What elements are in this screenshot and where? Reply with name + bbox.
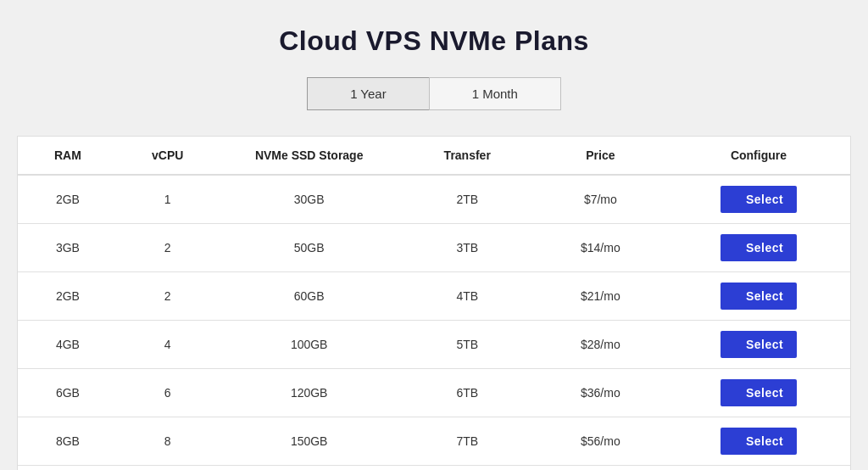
- cell-transfer: 8TB: [401, 466, 534, 471]
- header-vcpu: vCPU: [118, 137, 218, 175]
- cell-ram: 4GB: [18, 321, 118, 369]
- cell-price: $78/mo: [534, 466, 667, 471]
- table-row: 2GB260GB4TB$21/moSelect: [18, 272, 850, 321]
- cell-storage: 60GB: [218, 272, 401, 321]
- cell-ram: 2GB: [18, 175, 118, 224]
- plans-table-wrapper: RAM vCPU NVMe SSD Storage Transfer Price…: [17, 136, 851, 470]
- table-header-row: RAM vCPU NVMe SSD Storage Transfer Price…: [18, 137, 850, 175]
- cell-ram: 8GB: [18, 417, 118, 466]
- cell-transfer: 4TB: [401, 272, 534, 321]
- cell-ram: 2GB: [18, 272, 118, 321]
- select-button-1[interactable]: Select: [721, 234, 797, 261]
- cell-transfer: 7TB: [401, 417, 534, 466]
- plans-table: RAM vCPU NVMe SSD Storage Transfer Price…: [18, 137, 850, 470]
- table-row: 4GB4100GB5TB$28/moSelect: [18, 321, 850, 369]
- table-row: 6GB6120GB6TB$36/moSelect: [18, 369, 850, 417]
- cell-price: $21/mo: [534, 272, 667, 321]
- cell-ram: 12GB: [18, 466, 118, 471]
- cell-price: $56/mo: [534, 417, 667, 466]
- cell-storage: 100GB: [218, 321, 401, 369]
- billing-toggle: 1 Year 1 Month: [307, 77, 561, 110]
- select-button-0[interactable]: Select: [721, 186, 797, 213]
- table-row: 12GB12280GB8TB$78/moSelect: [18, 466, 850, 471]
- cell-vcpu: 8: [118, 417, 218, 466]
- cell-vcpu: 4: [118, 321, 218, 369]
- cell-price: $7/mo: [534, 175, 667, 224]
- table-row: 8GB8150GB7TB$56/moSelect: [18, 417, 850, 466]
- cell-transfer: 5TB: [401, 321, 534, 369]
- cell-vcpu: 12: [118, 466, 218, 471]
- cell-price: $14/mo: [534, 224, 667, 272]
- cell-price: $36/mo: [534, 369, 667, 417]
- cell-vcpu: 1: [118, 175, 218, 224]
- billing-1year-button[interactable]: 1 Year: [307, 77, 429, 110]
- header-transfer: Transfer: [401, 137, 534, 175]
- table-row: 2GB130GB2TB$7/moSelect: [18, 175, 850, 224]
- cell-storage: 50GB: [218, 224, 401, 272]
- select-button-5[interactable]: Select: [721, 428, 797, 455]
- header-configure: Configure: [667, 137, 850, 175]
- header-ram: RAM: [18, 137, 118, 175]
- cell-storage: 120GB: [218, 369, 401, 417]
- cell-configure: Select: [667, 321, 850, 369]
- cell-configure: Select: [667, 272, 850, 321]
- table-row: 3GB250GB3TB$14/moSelect: [18, 224, 850, 272]
- cell-configure: Select: [667, 369, 850, 417]
- select-button-4[interactable]: Select: [721, 379, 797, 406]
- cell-vcpu: 2: [118, 224, 218, 272]
- cell-configure: Select: [667, 417, 850, 466]
- cell-ram: 3GB: [18, 224, 118, 272]
- header-storage: NVMe SSD Storage: [218, 137, 401, 175]
- cell-configure: Select: [667, 175, 850, 224]
- cell-vcpu: 6: [118, 369, 218, 417]
- cell-price: $28/mo: [534, 321, 667, 369]
- cell-vcpu: 2: [118, 272, 218, 321]
- header-price: Price: [534, 137, 667, 175]
- cell-transfer: 3TB: [401, 224, 534, 272]
- select-button-3[interactable]: Select: [721, 331, 797, 358]
- page-title: Cloud VPS NVMe Plans: [279, 25, 589, 57]
- cell-storage: 30GB: [218, 175, 401, 224]
- cell-transfer: 6TB: [401, 369, 534, 417]
- billing-1month-button[interactable]: 1 Month: [429, 77, 561, 110]
- select-button-2[interactable]: Select: [721, 283, 797, 310]
- cell-storage: 280GB: [218, 466, 401, 471]
- cell-storage: 150GB: [218, 417, 401, 466]
- cell-configure: Select: [667, 224, 850, 272]
- cell-configure: Select: [667, 466, 850, 471]
- cell-transfer: 2TB: [401, 175, 534, 224]
- cell-ram: 6GB: [18, 369, 118, 417]
